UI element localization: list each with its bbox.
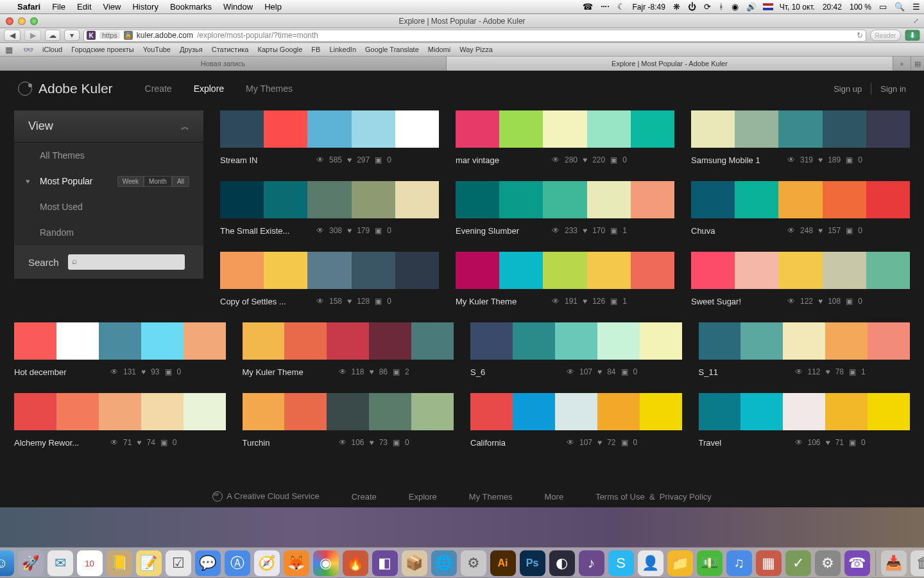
dock-finder-icon[interactable]: ☺ bbox=[0, 550, 14, 576]
menulet-icon[interactable]: ᠁ bbox=[597, 2, 613, 12]
theme-card[interactable]: My Kuler Theme👁118♥86▣2 bbox=[243, 322, 454, 378]
footer-terms[interactable]: Terms of Use bbox=[595, 492, 645, 502]
dock-itunes-icon[interactable]: ♫ bbox=[726, 550, 752, 576]
footer-more[interactable]: More bbox=[545, 492, 564, 502]
dock-app-icon[interactable]: 📁 bbox=[667, 550, 693, 576]
wifi-icon[interactable]: ◉ bbox=[728, 2, 742, 12]
nav-create[interactable]: Create bbox=[145, 83, 172, 94]
bookmark-item[interactable]: Карты Google bbox=[257, 46, 302, 53]
search-input[interactable] bbox=[68, 254, 185, 270]
dock-mail-icon[interactable]: ✉ bbox=[47, 550, 73, 576]
dock-notes-icon[interactable]: 📝 bbox=[136, 550, 162, 576]
prayer-time[interactable]: Fajr -8:49 bbox=[629, 3, 669, 12]
dock-downloads-icon[interactable]: 📥 bbox=[881, 550, 907, 576]
new-tab-button[interactable]: ＋ bbox=[893, 57, 911, 71]
menu-help[interactable]: Help bbox=[259, 2, 287, 12]
window-minimize-button[interactable] bbox=[18, 17, 26, 25]
theme-card[interactable]: The Small Existe...👁308♥179▣0 bbox=[220, 181, 439, 236]
theme-card[interactable]: S_6👁107♥84▣0 bbox=[470, 322, 682, 378]
dock-app-icon[interactable]: 📦 bbox=[402, 550, 427, 576]
bookmark-item[interactable]: iCloud bbox=[42, 46, 62, 53]
footer-mythemes[interactable]: My Themes bbox=[469, 492, 513, 502]
spotlight-icon[interactable]: 🔍 bbox=[891, 2, 909, 12]
dock-chrome-icon[interactable]: ◉ bbox=[313, 550, 339, 576]
menu-file[interactable]: File bbox=[46, 2, 71, 12]
back-button[interactable]: ◀ bbox=[4, 30, 21, 41]
dock-app-icon[interactable]: ▦ bbox=[756, 550, 782, 576]
sidebar-most-used[interactable]: Most Used bbox=[14, 194, 203, 220]
bluetooth-icon[interactable]: ᚼ bbox=[715, 2, 728, 12]
theme-card[interactable]: Hot december👁131♥93▣0 bbox=[14, 322, 226, 378]
dock-app-icon[interactable]: 💵 bbox=[697, 550, 723, 576]
menu-history[interactable]: History bbox=[126, 2, 164, 12]
chip-all[interactable]: All bbox=[172, 176, 189, 187]
dock-preferences-icon[interactable]: ⚙ bbox=[815, 550, 841, 576]
reader-button[interactable]: Reader bbox=[870, 30, 901, 41]
menu-edit[interactable]: Edit bbox=[71, 2, 97, 12]
theme-card[interactable]: mar vintage👁280♥220▣0 bbox=[456, 110, 674, 166]
bookmark-item[interactable]: Друзья bbox=[180, 46, 203, 53]
bookmark-item[interactable]: Way Pizza bbox=[459, 46, 493, 53]
sidebar-most-popular[interactable]: Most Popular Week Month All bbox=[14, 168, 203, 194]
dock-app-icon[interactable]: ◐ bbox=[549, 550, 575, 576]
menubar-battery[interactable]: 100 % bbox=[846, 3, 875, 12]
dock-firefox-icon[interactable]: 🦊 bbox=[284, 550, 309, 576]
theme-card[interactable]: Turchin👁106♥73▣0 bbox=[243, 393, 454, 448]
bookmark-item[interactable]: Статистика bbox=[212, 46, 249, 53]
dock-photoshop-icon[interactable]: Ps bbox=[520, 550, 545, 576]
dock-app-icon[interactable]: 🌐 bbox=[431, 550, 457, 576]
window-zoom-button[interactable] bbox=[30, 17, 38, 25]
dock-illustrator-icon[interactable]: Ai bbox=[490, 550, 516, 576]
bookmark-item[interactable]: Городские проекты bbox=[71, 46, 134, 53]
icloud-tabs-button[interactable]: ☁ bbox=[45, 30, 60, 41]
dock-reminders-icon[interactable]: ☑ bbox=[166, 550, 191, 576]
tab-overview-button[interactable]: ▤ bbox=[911, 57, 924, 71]
footer-create[interactable]: Create bbox=[352, 492, 377, 502]
tab-active[interactable]: Explore | Most Popular - Adobe Kuler bbox=[447, 57, 893, 71]
dock-appstore-icon[interactable]: Ⓐ bbox=[225, 550, 250, 576]
theme-card[interactable]: Chuva👁248♥157▣0 bbox=[691, 181, 910, 236]
chip-week[interactable]: Week bbox=[117, 176, 144, 187]
menubar-time[interactable]: 20:42 bbox=[819, 3, 846, 12]
footer-explore[interactable]: Explore bbox=[409, 492, 437, 502]
sidebar-random[interactable]: Random bbox=[14, 220, 203, 245]
app-name[interactable]: Safari bbox=[12, 2, 46, 12]
dock-app-icon[interactable]: ⚙ bbox=[461, 550, 486, 576]
notification-center-icon[interactable]: ☰ bbox=[909, 2, 924, 12]
flag-icon[interactable] bbox=[763, 3, 773, 10]
dock-app-icon[interactable]: ✓ bbox=[785, 550, 811, 576]
sidebar-view-header[interactable]: View ︽ bbox=[14, 110, 203, 143]
dock-calendar-icon[interactable]: 10 bbox=[77, 550, 103, 576]
signup-link[interactable]: Sign up bbox=[834, 84, 862, 94]
theme-card[interactable]: Samsung Mobile 1👁319♥189▣0 bbox=[691, 110, 910, 166]
dock-contacts-icon[interactable]: 📒 bbox=[107, 550, 132, 576]
nav-mythemes[interactable]: My Themes bbox=[246, 83, 293, 94]
bookmark-item[interactable]: Midomi bbox=[428, 46, 450, 53]
share-button[interactable]: ▾ bbox=[64, 30, 80, 41]
dock-trash-icon[interactable]: 🗑 bbox=[911, 550, 925, 576]
dock-safari-icon[interactable]: 🧭 bbox=[254, 550, 280, 576]
menu-view[interactable]: View bbox=[98, 2, 127, 12]
nav-explore[interactable]: Explore bbox=[194, 83, 224, 94]
menu-window[interactable]: Window bbox=[218, 2, 259, 12]
theme-card[interactable]: Stream IN👁585♥297▣0 bbox=[220, 110, 439, 166]
address-bar[interactable]: K https 🔒 kuler.adobe.com/explore/most-p… bbox=[83, 30, 866, 42]
dock-app-icon[interactable]: 🔥 bbox=[343, 550, 368, 576]
fan-icon[interactable]: ❋ bbox=[669, 2, 684, 12]
theme-card[interactable]: California👁107♥72▣0 bbox=[470, 393, 682, 448]
moon-icon[interactable]: ☾ bbox=[613, 2, 629, 12]
dock-messages-icon[interactable]: 💬 bbox=[195, 550, 221, 576]
bookmark-item[interactable]: Google Translate bbox=[365, 46, 419, 53]
viber-menulet-icon[interactable]: ☎ bbox=[579, 2, 597, 12]
sidebar-all-themes[interactable]: All Themes bbox=[14, 143, 203, 168]
theme-card[interactable]: Copy of Settles ...👁158♥128▣0 bbox=[220, 252, 439, 307]
reload-icon[interactable]: ↻ bbox=[857, 31, 863, 40]
dock-app-icon[interactable]: ♪ bbox=[579, 550, 604, 576]
tab-inactive[interactable]: Новая запись bbox=[0, 57, 447, 71]
power-icon[interactable]: ⏻ bbox=[684, 2, 700, 12]
forward-button[interactable]: ▶ bbox=[24, 30, 41, 41]
battery-icon[interactable]: ▭ bbox=[875, 2, 891, 12]
dock-app-icon[interactable]: ◧ bbox=[372, 550, 398, 576]
reading-list-icon[interactable]: 👓 bbox=[23, 45, 33, 55]
downloads-button[interactable]: ⬇ bbox=[905, 30, 920, 41]
